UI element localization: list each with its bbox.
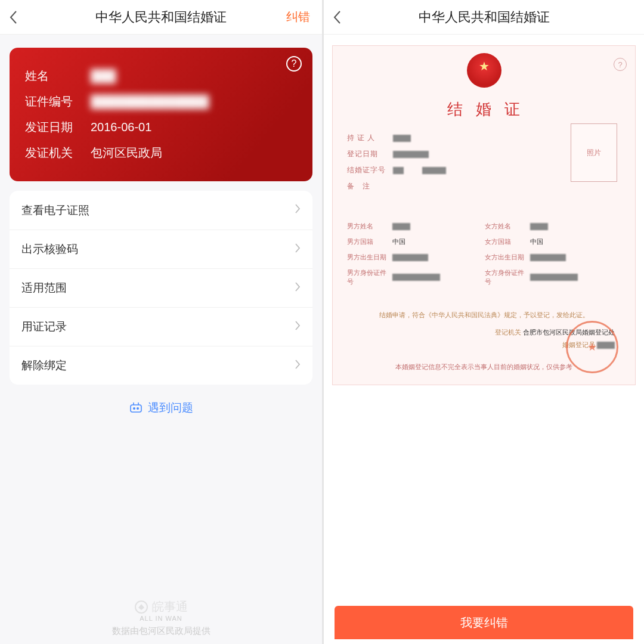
menu-item[interactable]: 用证记录 [10,307,312,346]
chevron-right-icon [295,243,301,256]
card-value: ██████████████ [91,95,209,109]
card-value: 2016-06-01 [91,120,151,134]
chevron-right-icon [295,320,301,334]
declaration: 结婚申请，符合《中华人民共和国民法典》规定，予以登记，发给此证。 [347,311,621,320]
data-source: 数据由包河区民政局提供 [0,626,322,637]
footer: 皖事通 ALL IN WAN 数据由包河区民政局提供 [0,599,322,637]
certificate-card: ? 姓名███证件编号██████████████发证日期2016-06-01发… [10,48,312,181]
certificate-preview: ? 结婚证 照片 持证人 登记日期 结婚证字号 备注 男方姓名 男方国籍中国 男… [332,45,636,385]
cert-no-label: 结婚证字号 [347,165,386,175]
certificate-title: 结婚证 [359,99,621,120]
card-label: 发证机关 [25,145,91,161]
card-row: 证件编号██████████████ [25,94,297,110]
male-info: 男方姓名 男方国籍中国 男方出生日期 男方身份证件号 [347,215,484,293]
header: 中华人民共和国结婚证 [324,0,644,35]
card-row: 姓名███ [25,68,297,84]
card-value: 包河区民政局 [91,145,162,161]
card-value: ███ [91,69,116,83]
holder-label: 持证人 [347,133,386,143]
help-icon[interactable]: ? [286,56,302,72]
card-row: 发证日期2016-06-01 [25,119,297,135]
svg-point-2 [137,408,138,409]
chevron-right-icon [295,203,301,217]
registration-block: 登记机关 合肥市包河区民政局婚姻登记处 婚姻登记员 [347,328,621,349]
reg-date-label: 登记日期 [347,149,386,159]
female-info: 女方姓名 女方国籍中国 女方出生日期 女方身份证件号 [485,215,621,293]
header: 中华人民共和国结婚证 纠错 [0,0,322,35]
page-title: 中华人民共和国结婚证 [95,8,227,26]
card-label: 姓名 [25,68,91,84]
menu-item[interactable]: 查看电子证照 [10,191,312,230]
redacted [393,167,404,174]
national-emblem-icon [467,53,501,88]
brand-icon [134,600,148,614]
menu-item-label: 适用范围 [21,280,67,296]
report-error-button[interactable]: 我要纠错 [335,606,633,639]
menu-item-label: 解除绑定 [21,358,67,373]
left-screen: 中华人民共和国结婚证 纠错 ? 姓名███证件编号██████████████发… [0,0,322,644]
menu-item-label: 用证记录 [21,319,67,335]
svg-rect-0 [131,405,141,412]
chevron-right-icon [295,359,301,373]
help-icon[interactable]: ? [614,58,627,71]
help-link[interactable]: 遇到问题 [0,400,322,416]
remark-label: 备注 [347,181,386,191]
brand-sub: ALL IN WAN [0,615,322,622]
menu-item-label: 出示核验码 [21,242,78,257]
redacted [393,151,429,158]
card-label: 发证日期 [25,119,91,135]
menu-item[interactable]: 解除绑定 [10,346,312,385]
brand-logo: 皖事通 [0,599,322,615]
menu-item[interactable]: 适用范围 [10,268,312,307]
photo-placeholder: 照片 [571,123,617,182]
report-error-link[interactable]: 纠错 [286,0,310,34]
card-row: 发证机关包河区民政局 [25,145,297,161]
card-label: 证件编号 [25,94,91,110]
menu-item[interactable]: 出示核验码 [10,230,312,268]
chevron-right-icon [295,281,301,295]
right-screen: 中华人民共和国结婚证 ? 结婚证 照片 持证人 登记日期 结婚证字号 备注 男方… [322,0,644,644]
back-button[interactable] [333,0,341,34]
redacted [393,135,411,142]
svg-point-1 [134,408,135,409]
robot-icon [129,402,143,414]
action-list: 查看电子证照出示核验码适用范围用证记录解除绑定 [10,191,312,385]
redacted [422,167,446,174]
back-button[interactable] [9,0,17,34]
menu-item-label: 查看电子证照 [21,203,89,218]
page-title: 中华人民共和国结婚证 [419,8,550,26]
help-link-label: 遇到问题 [148,400,193,416]
